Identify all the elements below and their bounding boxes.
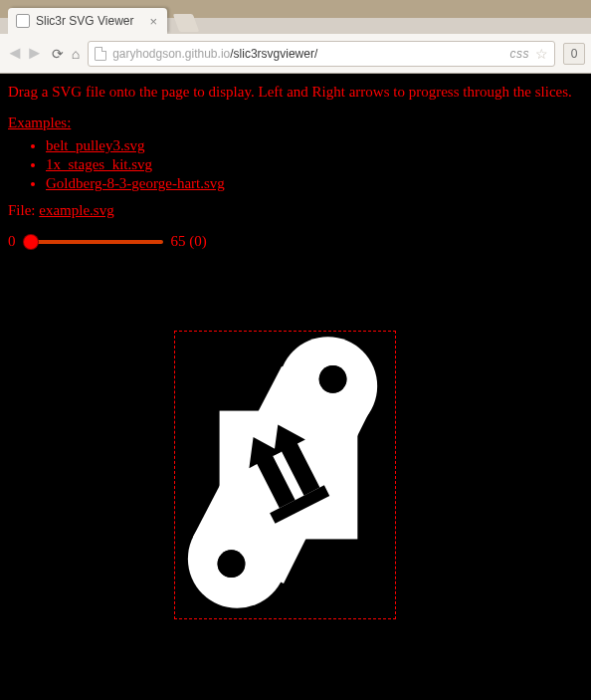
nav-arrows: ◄ ► bbox=[6, 43, 44, 64]
instructions-text: Drag a SVG file onto the page to display… bbox=[8, 84, 583, 101]
extension-badge[interactable]: 0 bbox=[563, 43, 585, 65]
svg-point-12 bbox=[218, 550, 246, 578]
example-link[interactable]: belt_pulley3.svg bbox=[46, 137, 145, 153]
example-link[interactable]: Goldberg-8-3-george-hart.svg bbox=[46, 175, 225, 191]
extension-badge-count: 0 bbox=[571, 47, 578, 61]
slider-max-label: 65 bbox=[171, 233, 186, 249]
url-host: garyhodgson.github.io bbox=[112, 47, 230, 61]
slice-slider-row: 0 65 (0) bbox=[8, 233, 583, 250]
svg-rect-10 bbox=[220, 411, 358, 540]
tab-title: Slic3r SVG Viewer bbox=[36, 14, 133, 28]
browser-chrome: Slic3r SVG Viewer × ◄ ► ⟳ ⌂ garyhodgson.… bbox=[0, 0, 591, 74]
examples-list: belt_pulley3.svg 1x_stages_kit.svg Goldb… bbox=[8, 137, 583, 192]
css-extension-icon[interactable]: css bbox=[510, 47, 530, 61]
tab-close-icon[interactable]: × bbox=[149, 15, 157, 28]
slider-current-label: 0 bbox=[194, 233, 202, 249]
slice-slider[interactable] bbox=[24, 240, 163, 244]
example-link[interactable]: 1x_stages_kit.svg bbox=[46, 156, 152, 172]
toolbar: ◄ ► ⟳ ⌂ garyhodgson.github.io/slic3rsvgv… bbox=[0, 34, 591, 74]
file-label: File: bbox=[8, 202, 39, 218]
slice-canvas[interactable] bbox=[174, 331, 396, 619]
slider-max-value: 65 (0) bbox=[171, 233, 207, 250]
tab-active[interactable]: Slic3r SVG Viewer × bbox=[8, 8, 167, 34]
file-line: File: example.svg bbox=[8, 202, 583, 219]
tab-strip: Slic3r SVG Viewer × bbox=[8, 8, 591, 34]
home-button[interactable]: ⌂ bbox=[72, 46, 80, 62]
viewer-page: Drag a SVG file onto the page to display… bbox=[0, 74, 591, 700]
address-bar[interactable]: garyhodgson.github.io/slic3rsvgviewer/ c… bbox=[88, 41, 555, 67]
list-item: 1x_stages_kit.svg bbox=[46, 156, 583, 173]
new-tab-button[interactable] bbox=[173, 14, 200, 32]
slice-svg bbox=[175, 332, 395, 618]
file-name-link[interactable]: example.svg bbox=[39, 202, 113, 218]
slider-thumb[interactable] bbox=[24, 235, 38, 249]
list-item: belt_pulley3.svg bbox=[46, 137, 583, 154]
examples-heading: Examples: bbox=[8, 115, 583, 131]
slider-min-label: 0 bbox=[8, 233, 16, 250]
svg-point-11 bbox=[319, 365, 347, 393]
reload-button[interactable]: ⟳ bbox=[52, 46, 64, 62]
back-button[interactable]: ◄ bbox=[6, 43, 24, 64]
forward-button[interactable]: ► bbox=[26, 43, 44, 64]
url-path: /slic3rsvgviewer/ bbox=[230, 47, 317, 61]
page-icon bbox=[95, 47, 106, 61]
bookmark-star-icon[interactable]: ☆ bbox=[535, 46, 548, 62]
list-item: Goldberg-8-3-george-hart.svg bbox=[46, 175, 583, 192]
favicon-icon bbox=[16, 14, 30, 28]
examples-heading-link[interactable]: Examples: bbox=[8, 115, 71, 130]
